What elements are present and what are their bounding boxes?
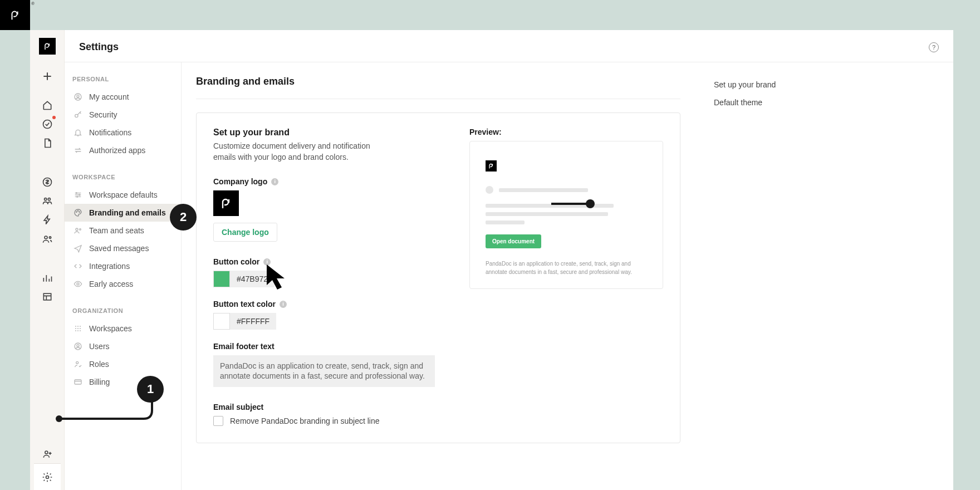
email-subject-label: Email subject (213, 403, 436, 411)
button-text-color-swatch[interactable] (213, 313, 230, 330)
svg-point-24 (75, 328, 76, 329)
notification-dot (52, 116, 56, 119)
nav-team-seats[interactable]: Team and seats (65, 222, 181, 239)
help-button[interactable]: ? (929, 42, 939, 52)
nav-label: Branding and emails (89, 208, 166, 217)
nav-branding-emails[interactable]: Branding and emails (65, 204, 181, 222)
nav-reports[interactable] (38, 268, 57, 287)
layout-icon (42, 291, 53, 302)
nav-section-personal: PERSONAL (65, 76, 181, 88)
pandadoc-logo-icon (9, 9, 21, 21)
content-title: Branding and emails (196, 76, 680, 87)
code-icon (72, 261, 84, 272)
tour-badge-1: 1 (137, 376, 164, 403)
info-icon[interactable]: i (271, 178, 278, 185)
button-color-label: Button color i (213, 257, 436, 266)
nav-workspaces[interactable]: Workspaces (65, 320, 181, 337)
nav-users[interactable]: Users (65, 337, 181, 355)
preview-skeleton (486, 212, 608, 216)
info-icon[interactable]: i (280, 301, 287, 308)
nav-label: Integrations (89, 262, 130, 271)
nav-notifications[interactable]: Notifications (65, 124, 181, 141)
nav-authorized-apps[interactable]: Authorized apps (65, 141, 181, 159)
button-text-color-input[interactable]: #FFFFFF (230, 313, 276, 330)
nav-label: Workspace defaults (89, 190, 158, 199)
grid-icon (72, 323, 84, 334)
svg-point-12 (76, 193, 77, 194)
button-color-swatch[interactable] (213, 271, 230, 287)
svg-point-14 (77, 196, 78, 197)
nav-early-access[interactable]: Early access (65, 275, 181, 293)
nav-my-account[interactable]: My account (65, 88, 181, 106)
activity-check-icon (42, 119, 53, 130)
email-footer-label: Email footer text (213, 342, 436, 351)
workspace-logo[interactable] (39, 38, 56, 55)
tour-badge-2: 2 (170, 204, 197, 231)
nav-library[interactable] (38, 287, 57, 306)
company-logo-preview (213, 190, 239, 216)
brand-heading: Set up your brand (213, 128, 436, 138)
svg-point-26 (80, 328, 81, 329)
nav-activity[interactable] (38, 115, 57, 134)
bolt-icon (42, 214, 53, 226)
svg-point-11 (75, 114, 78, 117)
email-preview: Open document PandaDoc is an application… (469, 141, 663, 289)
svg-point-13 (79, 194, 80, 195)
divider (196, 99, 680, 99)
user-circle-icon (72, 341, 84, 352)
svg-point-0 (43, 120, 51, 129)
nav-roles[interactable]: Roles (65, 355, 181, 373)
nav-saved-messages[interactable]: Saved messages (65, 239, 181, 257)
app-logo-corner (0, 0, 30, 30)
palette-icon (72, 207, 84, 218)
nav-settings[interactable] (34, 463, 61, 490)
nav-automations[interactable] (38, 210, 57, 229)
preview-footer-text: PandaDoc is an application to create, se… (486, 259, 647, 276)
nav-workspace-defaults[interactable]: Workspace defaults (65, 186, 181, 204)
svg-point-8 (46, 476, 48, 478)
gear-icon (42, 472, 53, 483)
pandadoc-logo-icon (219, 197, 233, 210)
svg-point-32 (76, 361, 79, 364)
pandadoc-logo-icon (43, 42, 52, 51)
tour-connector-2 (551, 198, 618, 209)
svg-point-34 (56, 415, 62, 422)
dollar-circle-icon (42, 177, 53, 188)
bar-chart-icon (42, 272, 53, 283)
nav-label: Team and seats (89, 226, 144, 235)
eye-icon (72, 278, 84, 290)
swap-icon (72, 145, 84, 156)
remove-branding-checkbox[interactable] (213, 416, 223, 426)
new-document-button[interactable] (38, 67, 57, 86)
preview-skeleton (486, 220, 525, 224)
aside-link-theme[interactable]: Default theme (714, 94, 847, 111)
email-footer-input[interactable] (213, 355, 435, 386)
nav-home[interactable] (38, 96, 57, 115)
user-check-icon (72, 359, 84, 370)
svg-rect-6 (43, 293, 51, 300)
nav-catalog[interactable] (38, 173, 57, 192)
nav-team[interactable] (38, 229, 57, 248)
nav-label: Users (89, 342, 110, 351)
send-icon (72, 243, 84, 254)
nav-security[interactable]: Security (65, 106, 181, 124)
team-icon (42, 233, 53, 244)
preview-open-document-button: Open document (486, 234, 541, 248)
svg-point-4 (45, 236, 47, 239)
svg-point-3 (48, 198, 50, 200)
svg-point-21 (75, 326, 76, 327)
nav-contacts[interactable] (38, 192, 57, 210)
nav-label: Workspaces (89, 324, 132, 333)
nav-integrations[interactable]: Integrations (65, 257, 181, 275)
bell-icon (72, 127, 84, 138)
svg-point-31 (77, 345, 79, 347)
nav-label: Authorized apps (89, 146, 145, 155)
nav-invite[interactable] (38, 444, 57, 463)
sliders-icon (72, 189, 84, 200)
svg-point-36 (586, 199, 595, 208)
nav-documents[interactable] (38, 134, 57, 153)
preview-label: Preview: (469, 128, 663, 136)
svg-point-16 (77, 210, 78, 211)
aside-link-setup[interactable]: Set up your brand (714, 76, 847, 94)
change-logo-button[interactable]: Change logo (213, 223, 277, 242)
